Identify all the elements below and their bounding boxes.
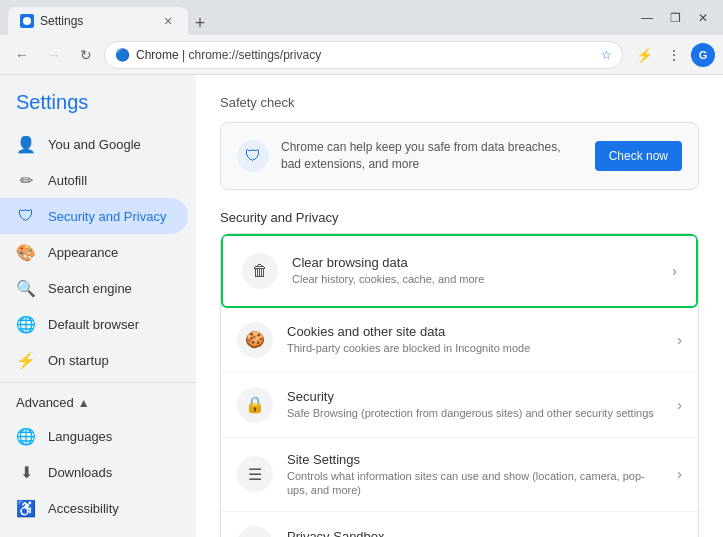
on-startup-icon: ⚡ xyxy=(16,350,36,370)
sidebar-item-on-startup[interactable]: ⚡ On startup xyxy=(0,342,188,378)
clear-browsing-title: Clear browsing data xyxy=(292,255,658,270)
extensions-icon[interactable]: ⚡ xyxy=(631,42,657,68)
settings-item-cookies[interactable]: 🍪 Cookies and other site data Third-part… xyxy=(221,308,698,373)
address-separator: | xyxy=(179,48,189,62)
site-settings-title: Site Settings xyxy=(287,452,663,467)
address-path: chrome://settings/privacy xyxy=(188,48,321,62)
window-controls: — ❐ ✕ xyxy=(635,6,715,30)
settings-item-security[interactable]: 🔒 Security Safe Browsing (protection fro… xyxy=(221,373,698,438)
advanced-section[interactable]: Advanced ▲ xyxy=(0,387,196,418)
downloads-icon: ⬇ xyxy=(16,462,36,482)
reload-button[interactable]: ↻ xyxy=(72,41,100,69)
bookmark-icon[interactable]: ☆ xyxy=(601,48,612,62)
sidebar-item-label: Languages xyxy=(48,429,112,444)
forward-button[interactable]: → xyxy=(40,41,68,69)
appearance-icon: 🎨 xyxy=(16,242,36,262)
tab-area: Settings × + xyxy=(8,0,627,35)
check-now-button[interactable]: Check now xyxy=(595,141,682,171)
address-security-icon: 🔵 xyxy=(115,48,130,62)
settings-item-privacy-sandbox[interactable]: 🏖 Privacy Sandbox Trial features are on … xyxy=(221,512,698,537)
search-engine-icon: 🔍 xyxy=(16,278,36,298)
site-settings-icon: ☰ xyxy=(237,456,273,492)
security-title: Security xyxy=(287,389,663,404)
settings-item-text: Security Safe Browsing (protection from … xyxy=(287,389,663,420)
more-tools-icon[interactable]: ⋮ xyxy=(661,42,687,68)
sidebar-item-search-engine[interactable]: 🔍 Search engine xyxy=(0,270,188,306)
chevron-right-icon: › xyxy=(672,263,677,279)
title-bar: Settings × + — ❐ ✕ xyxy=(0,0,723,35)
settings-item-text: Site Settings Controls what information … xyxy=(287,452,663,498)
sidebar-item-label: Downloads xyxy=(48,465,112,480)
sidebar-item-accessibility[interactable]: ♿ Accessibility xyxy=(0,490,188,526)
sidebar-item-you-and-google[interactable]: 👤 You and Google xyxy=(0,126,188,162)
sidebar-item-label: Appearance xyxy=(48,245,118,260)
tab-close-button[interactable]: × xyxy=(160,13,176,29)
sidebar-divider xyxy=(0,382,196,383)
privacy-sandbox-title: Privacy Sandbox xyxy=(287,529,658,537)
address-bar[interactable]: 🔵 Chrome | chrome://settings/privacy ☆ xyxy=(104,41,623,69)
sidebar-item-label: Security and Privacy xyxy=(48,209,167,224)
back-button[interactable]: ← xyxy=(8,41,36,69)
svg-point-0 xyxy=(23,17,31,25)
site-settings-desc: Controls what information sites can use … xyxy=(287,469,663,498)
active-tab[interactable]: Settings × xyxy=(8,7,188,35)
tab-favicon xyxy=(20,14,34,28)
security-privacy-heading: Security and Privacy xyxy=(220,210,699,225)
main-layout: Settings 👤 You and Google ✏ Autofill 🛡 S… xyxy=(0,75,723,537)
settings-content: Safety check 🛡 Chrome can help keep you … xyxy=(196,75,723,537)
sidebar: Settings 👤 You and Google ✏ Autofill 🛡 S… xyxy=(0,75,196,537)
settings-item-text: Privacy Sandbox Trial features are on xyxy=(287,529,658,537)
safety-check-card: 🛡 Chrome can help keep you safe from dat… xyxy=(220,122,699,190)
cookies-desc: Third-party cookies are blocked in Incog… xyxy=(287,341,663,355)
cookies-title: Cookies and other site data xyxy=(287,324,663,339)
sidebar-item-label: Autofill xyxy=(48,173,87,188)
nav-right-buttons: ⚡ ⋮ G xyxy=(631,42,715,68)
languages-icon: 🌐 xyxy=(16,426,36,446)
security-settings-list: 🗑 Clear browsing data Clear history, coo… xyxy=(220,233,699,537)
sidebar-item-label: Search engine xyxy=(48,281,132,296)
you-and-google-icon: 👤 xyxy=(16,134,36,154)
sidebar-item-languages[interactable]: 🌐 Languages xyxy=(0,418,188,454)
settings-item-text: Clear browsing data Clear history, cooki… xyxy=(292,255,658,286)
autofill-icon: ✏ xyxy=(16,170,36,190)
sidebar-item-autofill[interactable]: ✏ Autofill xyxy=(0,162,188,198)
security-desc: Safe Browsing (protection from dangerous… xyxy=(287,406,663,420)
nav-bar: ← → ↻ 🔵 Chrome | chrome://settings/priva… xyxy=(0,35,723,75)
safety-check-heading: Safety check xyxy=(220,95,699,110)
sidebar-item-label: On startup xyxy=(48,353,109,368)
accessibility-icon: ♿ xyxy=(16,498,36,518)
address-text: Chrome | chrome://settings/privacy xyxy=(136,48,595,62)
advanced-arrow: ▲ xyxy=(78,396,90,410)
minimize-button[interactable]: — xyxy=(635,6,659,30)
sidebar-title: Settings xyxy=(0,83,196,126)
sidebar-item-system[interactable]: ⚙ System xyxy=(0,526,188,537)
profile-avatar[interactable]: G xyxy=(691,43,715,67)
settings-item-clear-browsing[interactable]: 🗑 Clear browsing data Clear history, coo… xyxy=(226,239,693,303)
advanced-label: Advanced xyxy=(16,395,74,410)
privacy-sandbox-icon: 🏖 xyxy=(237,526,273,537)
tab-title: Settings xyxy=(40,14,154,28)
chevron-right-icon: › xyxy=(677,332,682,348)
default-browser-icon: 🌐 xyxy=(16,314,36,334)
safety-description: Chrome can help keep you safe from data … xyxy=(281,139,583,173)
settings-item-text: Cookies and other site data Third-party … xyxy=(287,324,663,355)
security-privacy-icon: 🛡 xyxy=(16,206,36,226)
sidebar-item-downloads[interactable]: ⬇ Downloads xyxy=(0,454,188,490)
close-button[interactable]: ✕ xyxy=(691,6,715,30)
sidebar-item-security-privacy[interactable]: 🛡 Security and Privacy xyxy=(0,198,188,234)
sidebar-item-default-browser[interactable]: 🌐 Default browser xyxy=(0,306,188,342)
security-icon: 🔒 xyxy=(237,387,273,423)
sidebar-item-label: Accessibility xyxy=(48,501,119,516)
chevron-right-icon: › xyxy=(677,466,682,482)
chevron-right-icon: › xyxy=(677,397,682,413)
safety-shield-icon: 🛡 xyxy=(237,140,269,172)
sidebar-item-label: You and Google xyxy=(48,137,141,152)
settings-item-site-settings[interactable]: ☰ Site Settings Controls what informatio… xyxy=(221,438,698,513)
clear-browsing-desc: Clear history, cookies, cache, and more xyxy=(292,272,658,286)
sidebar-item-label: Default browser xyxy=(48,317,139,332)
restore-button[interactable]: ❐ xyxy=(663,6,687,30)
new-tab-button[interactable]: + xyxy=(188,11,212,35)
address-domain: Chrome xyxy=(136,48,179,62)
clear-browsing-icon: 🗑 xyxy=(242,253,278,289)
sidebar-item-appearance[interactable]: 🎨 Appearance xyxy=(0,234,188,270)
